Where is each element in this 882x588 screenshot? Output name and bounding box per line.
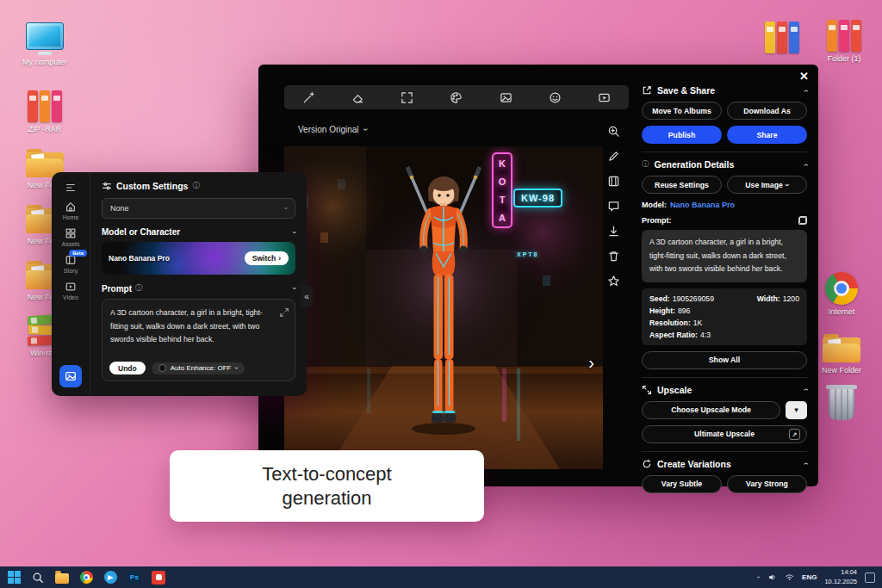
vary-subtle-button[interactable]: Vary Subtle [642, 475, 722, 493]
move-to-albums-button[interactable]: Move To Albums [642, 102, 722, 120]
chevron-up-icon[interactable]: › [801, 388, 811, 391]
neon-sign-kw98: KW-98 [513, 189, 562, 207]
binders-icon [755, 19, 810, 53]
upscale-icon [642, 385, 652, 395]
chevron-up-icon[interactable]: › [801, 462, 811, 465]
file-explorer-icon[interactable] [55, 571, 69, 585]
expand-prompt-icon[interactable] [280, 305, 289, 313]
share-button[interactable]: Share [727, 126, 807, 144]
copy-icon[interactable] [798, 216, 807, 225]
create-variations-section: Create Variations › Vary Subtle Vary Str… [642, 451, 807, 493]
sidebar-item-video[interactable]: Video [63, 281, 78, 300]
computer-icon [17, 21, 72, 55]
download-icon[interactable] [607, 225, 620, 238]
save-share-icon [642, 85, 652, 96]
canvas-tool-strip [607, 125, 620, 288]
photoshop-icon[interactable]: Ps [127, 571, 141, 585]
volume-icon[interactable] [767, 570, 777, 585]
model-link[interactable]: Nano Banana Pro [670, 201, 735, 209]
sidebar-item-image-tool-active[interactable] [59, 365, 82, 387]
taskbar-clock[interactable]: 14:04 10.12.2025 [824, 568, 857, 585]
start-button[interactable] [7, 571, 21, 585]
desktop-icon-internet[interactable]: Internet [814, 270, 869, 316]
desktop-icon-recycle-bin[interactable] [814, 386, 869, 420]
show-all-button[interactable]: Show All [642, 351, 807, 369]
custom-settings-content: Custom Settings ⓘ None › Model or Charac… [90, 172, 307, 396]
download-as-button[interactable]: Download As [727, 102, 807, 120]
info-icon: ⓘ [135, 283, 143, 294]
chevron-down-icon[interactable]: › [290, 231, 299, 233]
search-icon[interactable] [31, 571, 45, 585]
taskbar: Ps › ENG 14:04 10.12.2025 [0, 566, 882, 588]
chrome-taskbar-icon[interactable] [79, 571, 93, 585]
notification-center-icon[interactable] [865, 573, 875, 583]
vary-strong-button[interactable]: Vary Strong [727, 475, 807, 493]
upscale-section: Upscale › Choose Upscale Mode ▾ Ultimate… [642, 377, 807, 443]
eraser-icon[interactable] [351, 90, 365, 105]
prompt-text: A 3D cartoon character, a girl in a brig… [110, 306, 276, 347]
ai-edit-icon[interactable] [301, 90, 316, 105]
sidebar-item-assets[interactable]: Assets [61, 227, 79, 247]
sidebar-item-home[interactable]: Home [63, 201, 79, 220]
image-icon[interactable] [499, 90, 513, 105]
caption-text: Text-to-concept generation [226, 462, 428, 510]
pencil-icon[interactable] [607, 150, 620, 163]
hidden-icons-chevron[interactable]: › [755, 576, 762, 579]
ultimate-upscale-button[interactable]: Ultimate Upscale ↗ [642, 425, 807, 443]
chevron-up-icon[interactable]: › [801, 163, 811, 165]
clock-date: 10.12.2025 [824, 578, 857, 586]
frames-icon[interactable] [607, 175, 620, 188]
reuse-settings-button[interactable]: Reuse Settings [642, 176, 722, 194]
chevron-up-icon[interactable]: › [801, 89, 811, 91]
desktop-screen: My computer ZIP -RAR New Fol... New Fol.… [0, 0, 882, 588]
telegram-icon[interactable] [103, 571, 117, 585]
desktop-icon-my-computer[interactable]: My computer [17, 21, 72, 66]
app-icon-red[interactable] [152, 571, 165, 585]
version-label: Version Original [298, 125, 359, 134]
model-card[interactable]: Nano Banana Pro Switch › [102, 242, 295, 275]
language-indicator[interactable]: ENG [802, 573, 817, 581]
chevron-down-icon[interactable]: › [290, 288, 299, 290]
video-icon[interactable] [597, 90, 612, 105]
publish-button[interactable]: Publish [642, 126, 722, 144]
chrome-icon [814, 270, 869, 305]
prompt-controls: Undo Auto Enhance: OFF › [109, 362, 288, 374]
next-image-button[interactable]: › [588, 353, 594, 373]
section-title: Save & Share [657, 85, 715, 96]
sidebar-collapse-button[interactable] [65, 182, 77, 194]
version-selector[interactable]: Version Original › [298, 125, 367, 134]
sidebar-item-story[interactable]: Story Beta [64, 254, 78, 274]
auto-enhance-toggle[interactable]: Auto Enhance: OFF › [152, 362, 245, 374]
section-title: Generation Details [655, 159, 735, 170]
beta-badge: Beta [69, 250, 87, 257]
custom-settings-window: Home Assets Story Beta Video Custo [52, 172, 307, 396]
model-name: Nano Banana Pro [109, 254, 170, 263]
prompt-input[interactable]: A 3D cartoon character, a girl in a brig… [102, 299, 295, 381]
delete-icon[interactable] [607, 250, 620, 263]
star-icon[interactable] [607, 275, 620, 288]
panel-collapse-handle[interactable]: « [301, 285, 313, 307]
desktop-icon-zip-rar[interactable]: ZIP -RAR [17, 88, 72, 133]
aspect-ratio-value: 4:3 [700, 331, 711, 339]
palette-icon[interactable] [449, 90, 463, 105]
chevron-down-icon: › [233, 367, 240, 369]
neon-sign-small: XPT8 [517, 251, 539, 257]
preset-select[interactable]: None › [102, 198, 295, 219]
choose-upscale-mode-button[interactable]: Choose Upscale Mode [642, 401, 780, 419]
desktop-icon-folder-1[interactable]: Folder (1) [817, 17, 872, 63]
desktop-icon-binder-group[interactable] [755, 19, 810, 53]
switch-model-button[interactable]: Switch › [245, 251, 289, 265]
caption-card: Text-to-concept generation [170, 450, 484, 522]
desktop-icon-new-folder-right[interactable]: New Folder [814, 329, 869, 374]
expand-canvas-icon[interactable] [400, 90, 414, 105]
info-icon: ⓘ [642, 159, 649, 170]
upscale-mode-dropdown-button[interactable]: ▾ [786, 401, 807, 419]
emoji-icon[interactable] [548, 90, 562, 105]
comment-icon[interactable] [607, 200, 620, 213]
undo-button[interactable]: Undo [109, 362, 146, 374]
panel-title: Custom Settings [116, 181, 188, 191]
use-image-button[interactable]: Use Image › [727, 176, 807, 194]
zoom-icon[interactable] [607, 125, 620, 138]
network-icon[interactable] [785, 570, 794, 585]
desktop-icon-label: ZIP -RAR [17, 125, 72, 133]
